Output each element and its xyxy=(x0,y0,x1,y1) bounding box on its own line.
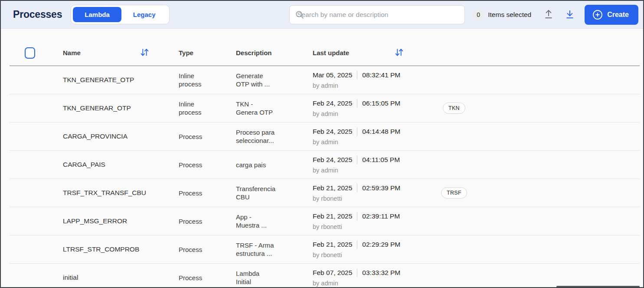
process-description: Generate OTP with ... xyxy=(236,72,313,88)
last-update-cell: Feb 24, 2025 04:11:05 PM by admin xyxy=(313,156,432,174)
page-title: Processes xyxy=(13,9,62,20)
table-header-row: Name Type Description Last update xyxy=(10,40,640,66)
process-badge: TRSF xyxy=(441,187,467,199)
update-date: Feb 21, 2025 xyxy=(313,212,352,220)
update-time: 08:32:41 PM xyxy=(362,71,400,79)
processes-table: Name Type Description Last update xyxy=(1,29,643,288)
update-author: by rbonetti xyxy=(313,223,432,230)
process-description: TKN - Genera OTP xyxy=(236,100,313,116)
date-time-divider xyxy=(357,184,357,192)
update-author: by admin xyxy=(313,139,432,146)
last-update-cell: Feb 21, 2025 02:29:29 PM by rbonetti xyxy=(313,240,432,258)
last-update-cell: Feb 24, 2025 04:14:48 PM by admin xyxy=(313,127,432,146)
date-time-divider xyxy=(357,212,357,221)
process-description: Lambda Initial xyxy=(236,269,313,286)
date-time-divider xyxy=(357,99,357,108)
process-description: Proceso para seleccionar... xyxy=(236,128,313,145)
create-button[interactable]: Create xyxy=(585,5,638,25)
process-name: CARGA_PAIS xyxy=(63,161,179,169)
update-date: Feb 24, 2025 xyxy=(313,128,352,136)
process-name: LAPP_MSG_ERROR xyxy=(63,217,179,225)
process-badge: TKN xyxy=(443,103,465,114)
upload-button[interactable] xyxy=(542,7,555,22)
update-date: Feb 24, 2025 xyxy=(313,99,352,107)
update-time: 03:33:32 PM xyxy=(362,269,400,277)
badge-cell: TKN xyxy=(432,103,476,114)
process-name: CARGA_PROVINCIA xyxy=(63,132,179,140)
process-type: Process xyxy=(179,161,236,169)
process-name: TRSF_TRX_TRANSF_CBU xyxy=(63,189,179,197)
items-selected-label: Items selected xyxy=(488,11,531,19)
update-date: Mar 05, 2025 xyxy=(313,71,352,79)
column-header-type[interactable]: Type xyxy=(179,49,236,56)
process-name: TKN_GENERATE_OTP xyxy=(63,76,179,84)
table-body: TKN_GENERATE_OTP Inline process Generate… xyxy=(10,66,640,288)
sort-last-update-icon[interactable] xyxy=(394,47,404,59)
table-row[interactable]: initial Process Lambda Initial Feb 07, 2… xyxy=(10,264,640,288)
update-author: by admin xyxy=(313,280,432,287)
column-header-last-update-cell: Last update xyxy=(313,49,432,56)
update-date: Feb 24, 2025 xyxy=(313,156,352,164)
column-header-description[interactable]: Description xyxy=(236,49,313,56)
process-type: Process xyxy=(179,189,236,197)
table-row[interactable]: TRSF_TRX_TRANSF_CBU Process Transferenci… xyxy=(10,179,640,207)
process-description: TRSF - Arma estructura ... xyxy=(236,241,313,258)
table-row[interactable]: LTRSF_STR_COMPROB Process TRSF - Arma es… xyxy=(10,235,640,264)
select-all-checkbox[interactable] xyxy=(25,47,35,59)
date-time-divider xyxy=(357,240,357,249)
update-author: by rbonetti xyxy=(313,252,432,258)
last-update-cell: Feb 21, 2025 02:59:39 PM by rbonetti xyxy=(313,184,432,202)
column-header-name[interactable]: Name xyxy=(63,49,81,56)
app-window: Processes Lambda Legacy 0 Items selected xyxy=(0,0,644,288)
download-button[interactable] xyxy=(563,7,576,22)
process-type: Process xyxy=(179,245,236,254)
update-time: 02:29:29 PM xyxy=(362,241,400,248)
selected-count-badge: 0 xyxy=(473,9,484,20)
column-header-name-cell: Name xyxy=(63,49,179,56)
table-row[interactable]: LAPP_MSG_ERROR Process App - Muestra ...… xyxy=(10,207,640,235)
last-update-cell: Feb 21, 2025 02:39:11 PM by rbonetti xyxy=(313,212,432,230)
last-update-cell: Mar 05, 2025 08:32:41 PM by admin xyxy=(313,71,432,89)
table-row[interactable]: TKN_GENERAR_OTP Inline process TKN - Gen… xyxy=(10,94,640,122)
process-type: Process xyxy=(179,132,236,141)
last-update-cell: Feb 24, 2025 06:15:05 PM by admin xyxy=(313,99,432,117)
update-author: by admin xyxy=(313,82,432,89)
update-time: 04:11:05 PM xyxy=(362,156,400,164)
process-type: Process xyxy=(179,274,236,282)
cutoff-element-bottom xyxy=(556,286,640,287)
search-bar xyxy=(289,5,465,24)
update-author: by admin xyxy=(313,110,432,117)
search-input[interactable] xyxy=(289,5,465,24)
date-time-divider xyxy=(357,268,357,277)
upload-icon xyxy=(543,8,554,21)
update-author: by rbonetti xyxy=(313,195,432,202)
tab-legacy[interactable]: Legacy xyxy=(121,7,167,22)
process-description: Transferencia CBU xyxy=(236,185,313,201)
create-button-label: Create xyxy=(607,11,629,19)
update-time: 02:59:39 PM xyxy=(362,184,400,192)
sort-name-icon[interactable] xyxy=(140,47,150,59)
select-all-cell xyxy=(10,47,63,59)
date-time-divider xyxy=(357,156,357,164)
process-name: LTRSF_STR_COMPROB xyxy=(63,245,179,253)
update-author: by admin xyxy=(313,167,432,174)
last-update-cell: Feb 07, 2025 03:33:32 PM by admin xyxy=(313,268,432,287)
process-type-toggle: Lambda Legacy xyxy=(71,5,169,24)
tab-lambda[interactable]: Lambda xyxy=(73,7,121,22)
update-time: 04:14:48 PM xyxy=(362,128,400,136)
table-row[interactable]: CARGA_PROVINCIA Process Proceso para sel… xyxy=(10,122,640,151)
update-time: 06:15:05 PM xyxy=(362,99,400,107)
header-bar: Processes Lambda Legacy 0 Items selected xyxy=(1,1,643,29)
process-type: Inline process xyxy=(179,100,236,116)
date-time-divider xyxy=(357,71,357,79)
process-type: Process xyxy=(179,217,236,225)
process-name: TKN_GENERAR_OTP xyxy=(63,104,179,112)
column-header-last-update[interactable]: Last update xyxy=(313,49,349,56)
process-description: App - Muestra ... xyxy=(236,213,313,229)
table-row[interactable]: CARGA_PAIS Process carga pais Feb 24, 20… xyxy=(10,151,640,179)
process-name: initial xyxy=(63,274,179,281)
table-row[interactable]: TKN_GENERATE_OTP Inline process Generate… xyxy=(10,66,640,94)
process-type: Inline process xyxy=(179,72,236,88)
process-description: carga pais xyxy=(236,161,313,169)
update-time: 02:39:11 PM xyxy=(362,212,400,220)
